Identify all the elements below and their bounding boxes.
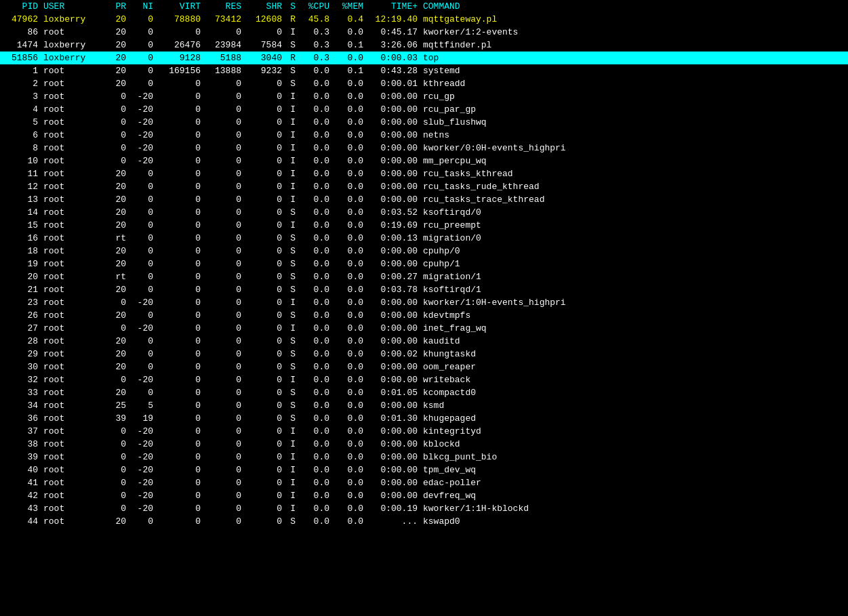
cell-shr: 0 <box>244 270 285 283</box>
cell-cpu: 0.0 <box>298 425 332 438</box>
cell-time: 0:00.19 <box>366 502 420 515</box>
cell-s: I <box>285 180 298 193</box>
cell-ni: 0 <box>129 258 156 270</box>
cell-cmd: systemd <box>420 64 848 77</box>
cell-shr: 0 <box>244 180 285 193</box>
cell-cmd: mm_percpu_wq <box>420 155 848 167</box>
cell-mem: 0.0 <box>332 245 366 258</box>
cell-ni: 0 <box>129 39 156 52</box>
header-res: RES <box>203 0 244 13</box>
cell-cpu: 0.0 <box>298 155 332 167</box>
table-row: 86root200000I0.30.00:45.17kworker/1:2-ev… <box>0 26 848 39</box>
cell-pr: rt <box>102 232 129 245</box>
cell-user: root <box>41 167 102 180</box>
cell-pid: 38 <box>0 438 41 451</box>
cell-user: root <box>41 77 102 90</box>
cell-cpu: 0.0 <box>298 412 332 425</box>
table-row: 32root0-20000I0.00.00:00.00writeback <box>0 373 848 386</box>
cell-res: 5188 <box>203 52 244 64</box>
cell-ni: 0 <box>129 52 156 64</box>
cell-mem: 0.0 <box>332 26 366 39</box>
cell-res: 0 <box>203 322 244 335</box>
cell-pid: 11 <box>0 167 41 180</box>
cell-pid: 39 <box>0 451 41 464</box>
cell-pid: 86 <box>0 26 41 39</box>
cell-mem: 0.0 <box>332 129 366 142</box>
table-row: 43root0-20000I0.00.00:00.19kworker/1:1H-… <box>0 502 848 515</box>
table-row: 42root0-20000I0.00.00:00.00devfreq_wq <box>0 489 848 502</box>
header-command: COMMAND <box>420 0 848 13</box>
cell-pr: 20 <box>102 77 129 90</box>
cell-mem: 0.0 <box>332 103 366 116</box>
cell-s: S <box>285 283 298 296</box>
cell-cmd: blkcg_punt_bio <box>420 451 848 464</box>
cell-time: 0:45.17 <box>366 26 420 39</box>
cell-pid: 10 <box>0 155 41 167</box>
cell-mem: 0.0 <box>332 167 366 180</box>
cell-pid: 44 <box>0 515 41 528</box>
cell-ni: 0 <box>129 26 156 39</box>
cell-shr: 0 <box>244 464 285 476</box>
cell-user: root <box>41 438 102 451</box>
cell-mem: 0.0 <box>332 515 366 528</box>
cell-cmd: khugepaged <box>420 412 848 425</box>
cell-time: 0:00.00 <box>366 296 420 309</box>
cell-res: 0 <box>203 502 244 515</box>
cell-pr: 20 <box>102 52 129 64</box>
cell-cpu: 0.0 <box>298 438 332 451</box>
cell-pr: 0 <box>102 438 129 451</box>
cell-ni: 0 <box>129 13 156 26</box>
cell-res: 13888 <box>203 64 244 77</box>
cell-mem: 0.0 <box>332 116 366 129</box>
cell-mem: 0.0 <box>332 451 366 464</box>
cell-pr: 0 <box>102 116 129 129</box>
cell-res: 0 <box>203 399 244 412</box>
cell-res: 0 <box>203 386 244 399</box>
cell-cpu: 0.0 <box>298 167 332 180</box>
cell-pid: 29 <box>0 348 41 361</box>
cell-s: I <box>285 167 298 180</box>
table-row: 40root0-20000I0.00.00:00.00tpm_dev_wq <box>0 464 848 476</box>
cell-pid: 42 <box>0 489 41 502</box>
cell-ni: 0 <box>129 219 156 232</box>
cell-virt: 0 <box>156 116 203 129</box>
cell-virt: 0 <box>156 502 203 515</box>
cell-user: root <box>41 348 102 361</box>
table-row: 13root200000I0.00.00:00.00rcu_tasks_trac… <box>0 193 848 206</box>
cell-time: 0:01.30 <box>366 412 420 425</box>
cell-user: root <box>41 476 102 489</box>
cell-res: 0 <box>203 348 244 361</box>
cell-res: 0 <box>203 296 244 309</box>
cell-virt: 0 <box>156 309 203 322</box>
cell-cpu: 0.0 <box>298 103 332 116</box>
cell-cmd: ksoftirqd/1 <box>420 283 848 296</box>
cell-shr: 0 <box>244 129 285 142</box>
cell-s: I <box>285 502 298 515</box>
cell-shr: 0 <box>244 502 285 515</box>
cell-user: root <box>41 451 102 464</box>
cell-shr: 0 <box>244 26 285 39</box>
cell-s: S <box>285 258 298 270</box>
cell-mem: 0.0 <box>332 476 366 489</box>
header-pr: PR <box>102 0 129 13</box>
cell-shr: 0 <box>244 193 285 206</box>
cell-mem: 0.0 <box>332 206 366 219</box>
cell-virt: 0 <box>156 476 203 489</box>
cell-mem: 0.0 <box>332 52 366 64</box>
table-row: 47962loxberry200788807341212608R45.80.41… <box>0 13 848 26</box>
cell-time: 3:26.06 <box>366 39 420 52</box>
cell-pid: 47962 <box>0 13 41 26</box>
cell-res: 0 <box>203 489 244 502</box>
cell-res: 0 <box>203 309 244 322</box>
cell-shr: 0 <box>244 206 285 219</box>
cell-cmd: oom_reaper <box>420 361 848 373</box>
cell-cpu: 0.0 <box>298 142 332 155</box>
cell-time: 0:00.00 <box>366 129 420 142</box>
cell-pid: 36 <box>0 412 41 425</box>
cell-res: 0 <box>203 361 244 373</box>
cell-cpu: 0.0 <box>298 219 332 232</box>
cell-virt: 0 <box>156 386 203 399</box>
cell-s: S <box>285 515 298 528</box>
cell-cmd: rcu_preempt <box>420 219 848 232</box>
cell-time: 0:00.13 <box>366 232 420 245</box>
